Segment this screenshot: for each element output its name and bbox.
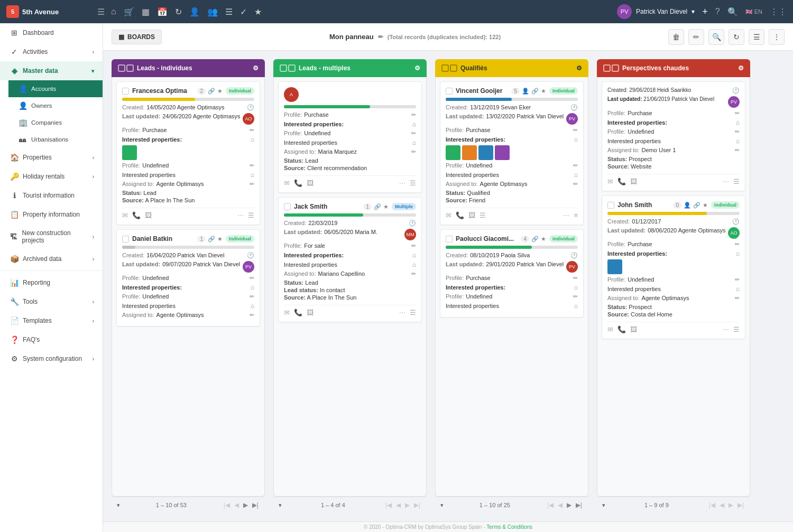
delete-button[interactable]: 🗑 (668, 29, 684, 45)
int-props-icon-francesca[interactable]: ⌂ (251, 136, 254, 143)
footer-list-jack[interactable]: ☰ (410, 309, 416, 316)
footer-more-john[interactable]: ⋯ (723, 326, 729, 333)
image-vincent[interactable]: 🖼 (468, 211, 475, 219)
email-persp-1[interactable]: ✉ (607, 178, 613, 185)
sidebar-item-owners[interactable]: 👤 Owners (8, 97, 103, 114)
sidebar-item-activities[interactable]: ✓ Activities › (0, 42, 103, 61)
footer-more-jack[interactable]: ⋯ (399, 309, 405, 316)
image-john[interactable]: 🖼 (630, 325, 637, 333)
edit-profile-icon[interactable]: ✏ (250, 127, 254, 134)
last-page-btn[interactable]: ▶| (251, 500, 260, 510)
boards-button[interactable]: ▦ BOARDS (112, 30, 162, 44)
next-page-btn-persp[interactable]: ▶ (727, 500, 734, 510)
sidebar-item-accounts[interactable]: 👤 Accounts (8, 80, 103, 97)
last-page-btn-qual[interactable]: ▶| (575, 500, 583, 510)
col-settings-icon[interactable]: ⚙ (253, 64, 259, 72)
image-mult-1[interactable]: 🖼 (307, 179, 313, 187)
search-icon[interactable]: 🔍 (727, 7, 738, 17)
sidebar-item-holiday-rentals[interactable]: 🔑 Holiday rentals › (0, 167, 103, 186)
col-check-mult-2[interactable] (288, 64, 296, 72)
sidebar-item-new-construction[interactable]: 🏗 New construction projects › (0, 224, 103, 249)
footer-list-john[interactable]: ☰ (733, 325, 740, 333)
language-selector[interactable]: 🇬🇧 EN (745, 8, 762, 15)
search-button[interactable]: 🔍 (708, 29, 724, 45)
image-persp-1[interactable]: 🖼 (630, 178, 637, 185)
sidebar-item-dashboard[interactable]: ⊞ Dashboard (0, 23, 103, 42)
person-icon-vincent[interactable]: 👤 (522, 88, 529, 95)
calendar-icon[interactable]: 📅 (157, 7, 168, 17)
group-icon[interactable]: 👥 (207, 7, 218, 17)
col-check-persp-2[interactable] (612, 64, 619, 72)
int-props2-icon-mult-1[interactable]: ⌂ (412, 139, 416, 146)
collapse-persp-icon[interactable]: ▾ (602, 502, 605, 509)
edit-profile2-vincent[interactable]: ✏ (573, 162, 578, 169)
home-icon[interactable]: ⌂ (111, 7, 116, 16)
col-settings-persp-icon[interactable]: ⚙ (738, 64, 744, 72)
card-checkbox-paolucci[interactable] (446, 236, 453, 242)
edit-assigned-jack[interactable]: ✏ (411, 270, 416, 277)
prev-page-btn-qual[interactable]: ◀ (557, 500, 564, 510)
prev-page-btn-mult[interactable]: ◀ (395, 500, 402, 510)
edit-profile-persp-1[interactable]: ✏ (735, 110, 740, 117)
int-props2-icon-paolucci[interactable]: ⌂ (574, 302, 578, 310)
link-icon-daniel[interactable]: 🔗 (208, 236, 215, 242)
star-icon-vincent[interactable]: ★ (541, 88, 546, 95)
prop-thumb-v4[interactable] (495, 145, 510, 160)
int-props2-icon-john[interactable]: ⌂ (736, 285, 740, 293)
first-page-btn[interactable]: |◀ (223, 500, 231, 510)
check-icon[interactable]: ✓ (240, 7, 247, 17)
col-settings-qual-icon[interactable]: ⚙ (576, 64, 582, 72)
sidebar-item-tools[interactable]: 🔧 Tools › (0, 292, 103, 311)
phone-mult-1[interactable]: 📞 (294, 179, 302, 187)
cart-icon[interactable]: 🛒 (124, 7, 134, 17)
footer-more-vincent[interactable]: ⋯ (563, 212, 569, 219)
collapse-mult-icon[interactable]: ▾ (279, 502, 282, 509)
edit-profile2-icon[interactable]: ✏ (250, 162, 254, 169)
prev-page-btn[interactable]: ◀ (233, 500, 240, 510)
collapse-qual-icon[interactable]: ▾ (440, 502, 444, 509)
col-settings-mult-icon[interactable]: ⚙ (414, 64, 420, 72)
col-check-mult-1[interactable] (280, 64, 287, 72)
star-icon-john[interactable]: ★ (703, 202, 708, 209)
footer-list-icon[interactable]: ☰ (248, 211, 254, 219)
footer-list-mult-1[interactable]: ☰ (410, 179, 416, 187)
sidebar-item-faqs[interactable]: ❓ FAQ's (0, 330, 103, 349)
first-page-btn-persp[interactable]: |◀ (708, 500, 716, 510)
edit-profile2-john[interactable]: ✏ (735, 276, 740, 283)
footer-list-persp-1[interactable]: ☰ (733, 178, 740, 185)
card-checkbox-john[interactable] (607, 202, 614, 209)
card-checkbox-vincent[interactable] (446, 88, 453, 95)
more-options-button[interactable]: ⋮ (769, 29, 785, 45)
col-check-qual-2[interactable] (450, 64, 457, 72)
first-page-btn-qual[interactable]: |◀ (546, 500, 555, 510)
prop-thumb-j1[interactable] (607, 259, 622, 274)
star-icon[interactable]: ★ (254, 7, 262, 17)
image-jack[interactable]: 🖼 (307, 309, 313, 316)
int-props2-icon-jack[interactable]: ⌂ (412, 261, 416, 268)
int-props-icon-persp-1[interactable]: ⌂ (736, 119, 740, 126)
email-mult-1[interactable]: ✉ (284, 179, 290, 187)
edit-profile2-daniel[interactable]: ✏ (250, 293, 254, 300)
edit-assigned-john[interactable]: ✏ (735, 295, 740, 302)
int-props-icon-vincent[interactable]: ⌂ (574, 136, 578, 143)
card-checkbox-daniel[interactable] (122, 236, 129, 242)
int-props-icon-mult-1[interactable]: ⌂ (412, 120, 416, 128)
edit-assigned-daniel[interactable]: ✏ (250, 312, 254, 319)
edit-profile-vincent[interactable]: ✏ (573, 127, 578, 134)
phone-john[interactable]: 📞 (617, 325, 626, 333)
edit-profile-daniel[interactable]: ✏ (250, 275, 254, 282)
refresh-icon[interactable]: ↻ (175, 7, 182, 17)
sidebar-item-urbanisations[interactable]: 🏘 Urbanisations (8, 131, 103, 148)
grid-icon[interactable]: ▦ (142, 7, 150, 17)
int-props-icon-jack[interactable]: ⌂ (412, 251, 416, 259)
int-props2-icon-vincent[interactable]: ⌂ (574, 171, 578, 179)
last-page-btn-persp[interactable]: ▶| (736, 500, 745, 510)
sidebar-item-templates[interactable]: 📄 Templates › (0, 311, 103, 330)
sidebar-item-reporting[interactable]: 📊 Reporting (0, 273, 103, 292)
email-jack[interactable]: ✉ (284, 309, 290, 316)
collapse-icon[interactable]: ▾ (117, 502, 120, 509)
sidebar-item-archived-data[interactable]: 📦 Archived data › (0, 249, 103, 268)
int-props2-icon-persp-1[interactable]: ⌂ (736, 137, 740, 145)
int-props2-icon-daniel[interactable]: ⌂ (251, 302, 254, 310)
sidebar-item-master-data[interactable]: ◈ Master data ▾ (0, 61, 103, 80)
